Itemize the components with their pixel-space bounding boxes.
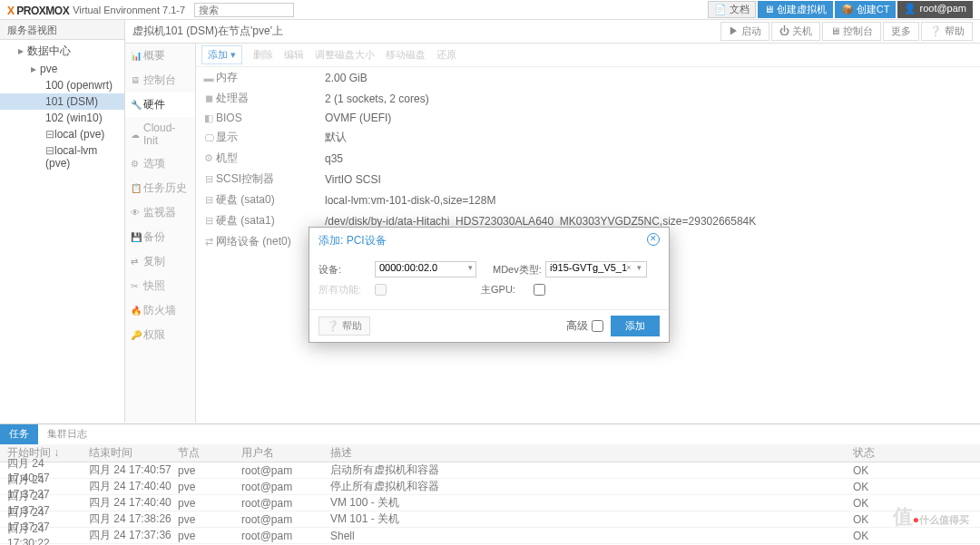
tab-0[interactable]: 📊概要	[125, 44, 195, 68]
tab-4[interactable]: ⚙选项	[125, 151, 195, 176]
tab-7[interactable]: 💾备份	[125, 225, 195, 249]
revert-button[interactable]: 还原	[436, 48, 456, 62]
tree-vm-101[interactable]: 101 (DSM)	[0, 93, 124, 110]
tree-vm-102[interactable]: 102 (win10)	[0, 110, 124, 126]
edit-hw-button[interactable]: 编辑	[284, 48, 304, 62]
tab-10[interactable]: 🔥防火墙	[125, 298, 195, 323]
tab-9[interactable]: ✂快照	[125, 274, 195, 298]
tree-storage-local[interactable]: ⊟local (pve)	[0, 126, 124, 142]
tab-11[interactable]: 🔑权限	[125, 323, 195, 347]
hw-row[interactable]: ⚙机型q35	[196, 148, 980, 169]
tree-vm-100[interactable]: 100 (openwrt)	[0, 77, 124, 93]
tab-3[interactable]: ☁Cloud-Init	[125, 117, 195, 151]
tab-2[interactable]: 🔧硬件	[125, 92, 195, 117]
device-select[interactable]: 0000:00:02.0	[375, 261, 476, 277]
vertical-tabs: 📊概要🖥控制台🔧硬件☁Cloud-Init⚙选项📋任务历史👁监视器💾备份⇄复制✂…	[125, 44, 196, 423]
pgpu-label: 主GPU:	[481, 283, 534, 297]
start-button[interactable]: ▶ 启动	[720, 22, 769, 41]
watermark: 值●什么值得买	[893, 503, 969, 530]
more-button[interactable]: 更多	[883, 22, 919, 41]
close-icon[interactable]: ✕	[647, 233, 660, 246]
docs-button[interactable]: 📄 文档	[708, 1, 756, 18]
col-header[interactable]: 结束时间	[89, 445, 178, 461]
console-button[interactable]: 🖥 控制台	[822, 22, 881, 41]
header-search-input[interactable]	[194, 3, 294, 17]
tab-1[interactable]: 🖥控制台	[125, 68, 195, 92]
device-label: 设备:	[318, 263, 375, 277]
del-hw-button[interactable]: 删除	[253, 48, 273, 62]
add-pci-modal: 添加: PCI设备 ✕ 设备: 0000:00:02.0 MDev类型: i91…	[309, 227, 670, 343]
modal-add-button[interactable]: 添加	[611, 316, 660, 336]
tree-storage-lvm[interactable]: ⊟local-lvm (pve)	[0, 142, 124, 171]
hw-row[interactable]: ▬内存2.00 GiB	[196, 67, 980, 88]
allfn-checkbox	[375, 284, 387, 296]
tree-datacenter[interactable]: ▸数据中心	[0, 42, 124, 61]
hw-row[interactable]: ⊟硬盘 (sata0)local-lvm:vm-101-disk-0,size=…	[196, 190, 980, 210]
tab-8[interactable]: ⇄复制	[125, 249, 195, 274]
vm-title: 虚拟机101 (DSM)在节点'pve'上	[132, 24, 283, 39]
mdev-select[interactable]: i915-GVTg_V5_1	[545, 261, 647, 277]
col-header[interactable]: 状态	[853, 445, 980, 461]
cluster-log-tab[interactable]: 集群日志	[38, 424, 96, 444]
tab-6[interactable]: 👁监视器	[125, 200, 195, 225]
top-header: X PROXMOX Virtual Environment 7.1-7 📄 文档…	[0, 0, 980, 20]
add-hw-button[interactable]: 添加 ▾	[201, 45, 242, 64]
sidebar: 服务器视图 ▸数据中心 ▸pve 100 (openwrt) 101 (DSM)…	[0, 20, 125, 423]
help-button[interactable]: ❔ 帮助	[921, 22, 973, 41]
col-header[interactable]: 用户名	[241, 445, 330, 461]
move-disk-button[interactable]: 移动磁盘	[386, 48, 426, 62]
modal-title: 添加: PCI设备	[318, 233, 387, 248]
hw-row[interactable]: ◧BIOSOVMF (UEFI)	[196, 109, 980, 127]
shutdown-button[interactable]: ⏻ 关机	[771, 22, 820, 41]
log-row[interactable]: 四月 24 17:30:22四月 24 17:37:36pveroot@pamS…	[0, 528, 980, 544]
hw-row[interactable]: ⊟SCSI控制器VirtIO SCSI	[196, 169, 980, 190]
user-menu-button[interactable]: 👤 root@pam	[897, 1, 973, 18]
create-vm-button[interactable]: 🖥 创建虚拟机	[758, 1, 833, 18]
bottom-panel: 任务 集群日志 开始时间 ↓结束时间节点用户名描述状态 四月 24 17:40:…	[0, 423, 980, 545]
mdev-label: MDev类型:	[493, 263, 545, 277]
allfn-label: 所有功能:	[318, 283, 375, 297]
create-ct-button[interactable]: 📦 创建CT	[835, 1, 897, 18]
pgpu-checkbox[interactable]	[534, 284, 545, 296]
resize-disk-button[interactable]: 调整磁盘大小	[315, 48, 375, 62]
breadcrumb: 虚拟机101 (DSM)在节点'pve'上 ▶ 启动 ⏻ 关机 🖥 控制台 更多…	[125, 20, 980, 44]
col-header[interactable]: 描述	[330, 445, 853, 461]
hw-row[interactable]: ◼处理器2 (1 sockets, 2 cores)	[196, 88, 980, 109]
col-header[interactable]: 节点	[178, 445, 241, 461]
log-row[interactable]: 四月 24 17:37:37四月 24 17:40:40pveroot@pamV…	[0, 495, 980, 511]
log-row[interactable]: 四月 24 17:37:37四月 24 17:38:26pveroot@pamV…	[0, 511, 980, 528]
tab-5[interactable]: 📋任务历史	[125, 176, 195, 200]
advanced-toggle[interactable]: 高级	[566, 318, 603, 334]
tasks-tab[interactable]: 任务	[0, 424, 38, 444]
tree-node-pve[interactable]: ▸pve	[0, 61, 124, 77]
view-selector[interactable]: 服务器视图	[0, 20, 124, 40]
log-row[interactable]: 四月 24 17:37:37四月 24 17:40:40pveroot@pam停…	[0, 479, 980, 495]
hw-row[interactable]: 🖵显示默认	[196, 127, 980, 148]
modal-help-button[interactable]: ❔ 帮助	[318, 316, 370, 336]
log-row[interactable]: 四月 24 17:40:57四月 24 17:40:57pveroot@pam启…	[0, 462, 980, 479]
logo: X PROXMOX	[7, 3, 69, 17]
version-label: Virtual Environment 7.1-7	[73, 5, 185, 15]
